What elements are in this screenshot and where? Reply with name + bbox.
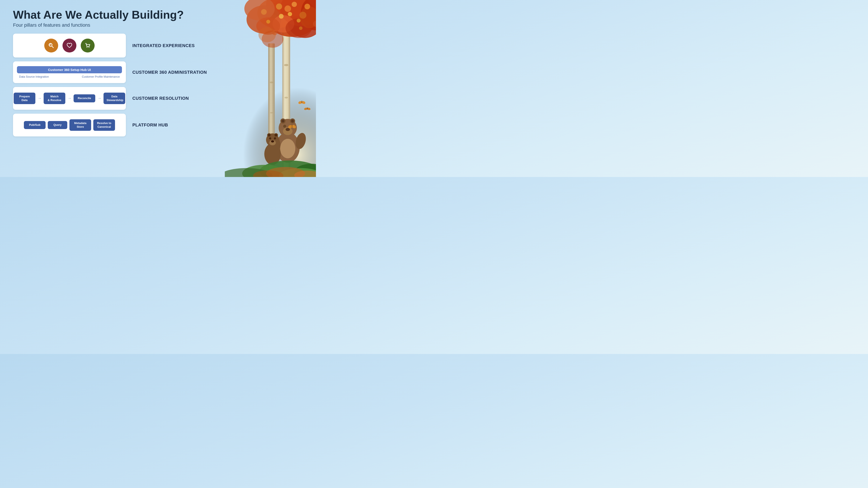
svg-point-4	[89, 47, 89, 48]
label-resolution: CUSTOMER RESOLUTION	[132, 87, 237, 110]
svg-point-28	[292, 2, 297, 7]
svg-point-13	[270, 82, 273, 83]
svg-point-2	[50, 44, 51, 45]
svg-point-59	[274, 137, 276, 139]
nature-illustration	[225, 0, 316, 177]
labels-column: INTEGRATED EXPERIENCES CUSTOMER 360 ADMI…	[132, 34, 237, 136]
label-c360: CUSTOMER 360 ADMINISTRATION	[132, 61, 237, 83]
c360-sub-right: Customer Profile Maintenance	[82, 75, 120, 78]
svg-point-50	[281, 120, 284, 123]
svg-point-36	[297, 19, 301, 23]
svg-point-30	[305, 4, 310, 9]
arrow-icon-1: →	[37, 96, 41, 101]
pillar-card-platform: Pub/Sub Query MetadataStore Resolve toCa…	[13, 113, 126, 136]
svg-point-45	[283, 125, 286, 128]
svg-point-51	[291, 120, 294, 123]
step-metadata-store: MetadataStore	[69, 119, 91, 131]
c360-banner: Customer 360 Setup Hub UI	[17, 66, 122, 73]
svg-point-14	[270, 112, 273, 113]
step-resolve-canonical: Resolve toCanonical	[93, 119, 115, 131]
cart-icon	[81, 39, 95, 53]
svg-point-37	[279, 14, 284, 19]
svg-point-39	[299, 27, 303, 30]
step-query: Query	[48, 121, 67, 129]
svg-point-47	[286, 128, 290, 131]
svg-point-11	[284, 64, 288, 66]
arrow-icon-2: →	[67, 96, 71, 101]
step-prepare-data: Prepare Data	[14, 93, 35, 104]
svg-point-41	[258, 27, 276, 42]
svg-point-64	[275, 134, 277, 136]
pillar-card-integrated	[13, 34, 126, 58]
svg-point-58	[269, 137, 271, 139]
arrow-icon-3: →	[97, 96, 101, 101]
step-reconcile: Reconcile	[73, 94, 95, 102]
pillar-card-c360: Customer 360 Setup Hub UI Data Source In…	[13, 61, 126, 83]
svg-point-60	[271, 140, 274, 142]
svg-point-54	[280, 139, 295, 158]
svg-line-1	[52, 46, 53, 48]
svg-point-29	[276, 3, 282, 9]
pillar-card-resolution: Prepare Data → Match& Resolve → Reconcil…	[13, 87, 126, 110]
c360-sub-left: Data Source Integration	[19, 75, 49, 78]
label-integrated: INTEGRATED EXPERIENCES	[132, 34, 237, 58]
step-match-resolve: Match& Resolve	[43, 93, 65, 104]
label-integrated-text: INTEGRATED EXPERIENCES	[132, 43, 195, 48]
pillars-column: Customer 360 Setup Hub UI Data Source In…	[13, 34, 126, 136]
svg-point-12	[284, 97, 288, 98]
label-resolution-text: CUSTOMER RESOLUTION	[132, 96, 189, 101]
svg-point-38	[266, 20, 270, 24]
svg-point-3	[87, 47, 88, 48]
search-icon	[44, 39, 58, 53]
c360-sublabels: Data Source Integration Customer Profile…	[17, 75, 122, 78]
svg-point-27	[284, 5, 291, 12]
step-pubsub: Pub/Sub	[24, 121, 45, 129]
label-platform-text: PLATFORM HUB	[132, 123, 168, 128]
label-c360-text: CUSTOMER 360 ADMINISTRATION	[132, 70, 207, 75]
svg-point-32	[261, 9, 267, 15]
step-data-stewardship: DataStewardship	[103, 93, 125, 104]
svg-point-63	[268, 134, 270, 136]
heart-icon	[62, 39, 76, 53]
svg-point-35	[288, 12, 292, 16]
svg-point-31	[300, 12, 306, 19]
label-platform: PLATFORM HUB	[132, 113, 237, 136]
